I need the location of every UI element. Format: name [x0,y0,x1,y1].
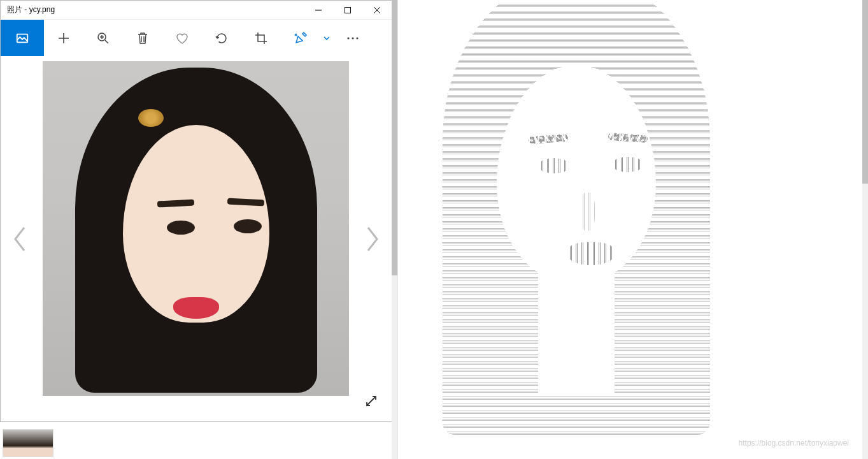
image-viewport[interactable] [1,56,392,421]
svg-point-4 [352,37,353,39]
svg-point-5 [356,37,358,39]
window-controls [304,1,392,20]
scrollbar-thumb[interactable] [392,0,397,275]
delete-button[interactable] [123,20,162,56]
edit-button[interactable] [281,20,320,56]
displayed-photo [43,61,349,396]
scrollbar-right[interactable] [862,0,868,459]
delete-icon [137,32,148,45]
add-button[interactable] [44,20,83,56]
heart-icon [176,33,189,44]
photos-app-window: 照片 - ycy.png [0,0,392,422]
add-icon [58,33,69,44]
expand-icon [365,395,378,407]
close-icon [374,7,380,13]
window-title: 照片 - ycy.png [1,4,304,15]
edit-dropdown[interactable] [320,36,333,40]
chevron-right-icon [366,226,380,252]
svg-rect-0 [345,7,351,13]
scrollbar-left[interactable] [392,0,397,459]
scrollbar-thumb[interactable] [862,0,868,184]
collection-tab[interactable] [1,20,44,56]
maximize-button[interactable] [333,1,362,20]
left-pane: 照片 - ycy.png [0,0,398,459]
minimize-icon [315,7,322,13]
crop-button[interactable] [241,20,281,56]
more-icon [347,37,359,40]
zoom-icon [97,32,110,45]
chevron-down-icon [324,36,330,40]
fullscreen-button[interactable] [362,392,380,410]
photo-collection-icon [15,31,29,45]
prev-photo-button[interactable] [7,220,32,258]
thumbnail[interactable] [3,429,53,457]
titlebar: 照片 - ycy.png [1,1,392,20]
maximize-icon [345,7,351,13]
chevron-left-icon [13,226,27,252]
favorite-button[interactable] [162,20,202,56]
crop-icon [255,32,267,45]
zoom-button[interactable] [83,20,123,56]
ascii-art-output [423,1,729,435]
next-photo-button[interactable] [360,220,385,258]
toolbar [1,20,392,56]
close-button[interactable] [362,1,392,20]
svg-point-3 [347,37,349,39]
rotate-button[interactable] [202,20,241,56]
minimize-button[interactable] [304,1,333,20]
right-pane: https://blog.csdn.net/tonyxiaowei [398,0,868,459]
edit-draw-icon [294,31,308,45]
rotate-icon [215,32,228,45]
watermark: https://blog.csdn.net/tonyxiaowei [739,439,849,448]
thumbnail-strip [0,427,397,459]
more-button[interactable] [333,20,373,56]
